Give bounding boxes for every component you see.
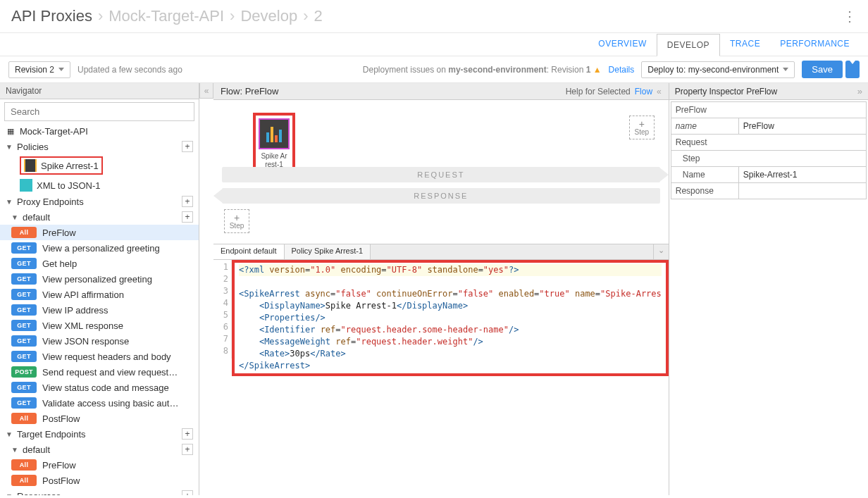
verb-badge: GET bbox=[11, 397, 37, 409]
spike-bars-icon bbox=[266, 125, 282, 142]
flow-item[interactable]: AllPreFlow bbox=[0, 457, 199, 473]
verb-badge: GET bbox=[11, 351, 37, 362]
navigator-search bbox=[4, 102, 194, 121]
more-menu-icon[interactable]: ⋮ bbox=[843, 8, 857, 25]
details-link[interactable]: Details bbox=[609, 65, 635, 75]
flow-item[interactable]: POSTSend request and view request… bbox=[0, 364, 199, 380]
breadcrumb-section[interactable]: Develop bbox=[240, 7, 297, 25]
flow-header: Flow: PreFlow Help for Selected Flow « bbox=[213, 83, 669, 100]
flow-item[interactable]: GETView XML response bbox=[0, 318, 199, 333]
canvas-policy-spike[interactable]: Spike Ar rest-1 bbox=[253, 113, 295, 175]
property-inspector: Property Inspector PreFlow » PreFlow nam… bbox=[669, 83, 868, 495]
code-more-icon[interactable]: ⌄ bbox=[653, 244, 669, 259]
verb-badge: GET bbox=[11, 273, 37, 285]
flow-canvas[interactable]: Spike Ar rest-1 +Step REQUEST RESPONSE +… bbox=[213, 100, 669, 244]
flow-item[interactable]: GETView IP address bbox=[0, 302, 199, 318]
verb-badge: GET bbox=[11, 242, 37, 254]
add-policy-button[interactable]: + bbox=[182, 141, 193, 152]
search-input[interactable] bbox=[4, 102, 194, 121]
policy-spike-arrest[interactable]: Spike Arrest-1 bbox=[0, 154, 199, 177]
flow-label: Validate access using basic aut… bbox=[42, 398, 178, 409]
flow-item[interactable]: GETGet help bbox=[0, 256, 199, 271]
code-tab-policy[interactable]: Policy Spike Arrest-1 bbox=[285, 244, 371, 259]
tab-overview[interactable]: OVERVIEW bbox=[588, 33, 656, 56]
add-target-ep-button[interactable]: + bbox=[182, 428, 193, 440]
tree-proxy-endpoints[interactable]: ▼Proxy Endpoints + bbox=[0, 194, 199, 209]
tab-develop[interactable]: DEVELOP bbox=[657, 34, 720, 56]
proxy-icon: ▦ bbox=[6, 127, 16, 137]
top-bar: API Proxies › Mock-Target-API › Develop … bbox=[0, 0, 868, 33]
policy-xml-json[interactable]: XML to JSON-1 bbox=[0, 177, 199, 194]
flow-label: View IP address bbox=[42, 305, 108, 316]
add-target-flow-button[interactable]: + bbox=[182, 444, 193, 455]
flow-label: View status code and message bbox=[42, 382, 169, 393]
flow-label: View XML response bbox=[42, 320, 123, 331]
flow-help-link[interactable]: Flow bbox=[635, 87, 652, 97]
verb-badge: GET bbox=[11, 258, 37, 269]
verb-badge: All bbox=[11, 475, 37, 486]
code-editor[interactable]: 12345678 <?xml version="1.0" encoding="U… bbox=[213, 260, 669, 495]
xml-json-icon bbox=[20, 179, 32, 192]
add-step-response[interactable]: +Step bbox=[224, 209, 249, 233]
verb-badge: GET bbox=[11, 304, 37, 316]
collapse-flow-icon[interactable]: « bbox=[657, 87, 662, 97]
spike-arrest-icon bbox=[24, 159, 37, 172]
main-tabs: OVERVIEW DEVELOP TRACE PERFORMANCE bbox=[0, 33, 868, 56]
flow-label: View personalized greeting bbox=[42, 274, 152, 285]
verb-badge: All bbox=[11, 459, 37, 471]
flow-label: View request headers and body bbox=[42, 351, 171, 362]
tab-trace[interactable]: TRACE bbox=[720, 33, 770, 56]
flow-label: Send request and view request… bbox=[42, 367, 178, 378]
flow-item[interactable]: GETView JSON response bbox=[0, 333, 199, 349]
verb-badge: GET bbox=[11, 335, 37, 347]
verb-badge: GET bbox=[11, 382, 37, 393]
save-menu-button[interactable] bbox=[845, 61, 860, 78]
breadcrumb: API Proxies › Mock-Target-API › Develop … bbox=[11, 7, 323, 25]
add-proxy-ep-button[interactable]: + bbox=[182, 196, 193, 207]
breadcrumb-proxy[interactable]: Mock-Target-API bbox=[108, 7, 224, 25]
flow-item[interactable]: GETView a personalized greeting bbox=[0, 240, 199, 256]
save-button[interactable]: Save bbox=[802, 61, 843, 78]
expand-inspector-icon[interactable]: » bbox=[857, 86, 862, 97]
add-flow-button[interactable]: + bbox=[182, 211, 193, 223]
revision-select[interactable]: Revision 2 bbox=[8, 61, 70, 78]
response-lane: RESPONSE bbox=[222, 188, 660, 204]
code-tab-endpoint[interactable]: Endpoint default bbox=[213, 244, 285, 259]
verb-badge: All bbox=[11, 227, 37, 238]
tree-policies[interactable]: ▼Policies + bbox=[0, 139, 199, 154]
breadcrumb-root[interactable]: API Proxies bbox=[11, 7, 92, 25]
flow-label: Get help bbox=[42, 259, 77, 269]
pi-step-name-value[interactable]: Spike-Arrest-1 bbox=[739, 167, 866, 182]
flow-item[interactable]: GETView API affirmation bbox=[0, 287, 199, 302]
flow-label: PostFlow bbox=[42, 475, 80, 486]
flow-label: View API affirmation bbox=[42, 290, 124, 300]
flow-item[interactable]: AllPreFlow bbox=[0, 225, 199, 240]
collapse-nav-icon[interactable]: « bbox=[199, 83, 213, 99]
verb-badge: GET bbox=[11, 289, 37, 300]
tree-resources[interactable]: ▼Resources + bbox=[0, 488, 199, 495]
flow-item[interactable]: GETView personalized greeting bbox=[0, 271, 199, 287]
flow-label: PostFlow bbox=[42, 413, 80, 424]
flow-item[interactable]: GETView status code and message bbox=[0, 380, 199, 395]
pi-name-value[interactable]: PreFlow bbox=[739, 118, 866, 134]
deploy-issues: Deployment issues on my-second-environme… bbox=[363, 65, 602, 75]
add-resource-button[interactable]: + bbox=[182, 490, 193, 495]
flow-item[interactable]: AllPostFlow bbox=[0, 473, 199, 488]
flow-item[interactable]: GETValidate access using basic aut… bbox=[0, 395, 199, 411]
deploy-target-select[interactable]: Deploy to: my-second-environment bbox=[641, 61, 795, 78]
action-row: Revision 2 Updated a few seconds ago Dep… bbox=[0, 56, 868, 83]
navigator-header: Navigator bbox=[0, 83, 199, 99]
verb-badge: POST bbox=[11, 366, 37, 378]
flow-item[interactable]: AllPostFlow bbox=[0, 411, 199, 426]
tree-target-endpoints[interactable]: ▼Target Endpoints + bbox=[0, 426, 199, 442]
request-lane: REQUEST bbox=[222, 167, 660, 182]
tree-default[interactable]: ▼default + bbox=[0, 209, 199, 225]
tree-root[interactable]: ▦ Mock-Target-API bbox=[0, 124, 199, 139]
add-step-request[interactable]: +Step bbox=[629, 116, 655, 139]
flow-label: View a personalized greeting bbox=[42, 243, 160, 254]
tree-target-default[interactable]: ▼default + bbox=[0, 442, 199, 457]
flow-item[interactable]: GETView request headers and body bbox=[0, 349, 199, 364]
tab-performance[interactable]: PERFORMANCE bbox=[770, 33, 860, 56]
code-tabs: Endpoint default Policy Spike Arrest-1 ⌄ bbox=[213, 244, 669, 260]
flow-label: PreFlow bbox=[42, 460, 76, 471]
